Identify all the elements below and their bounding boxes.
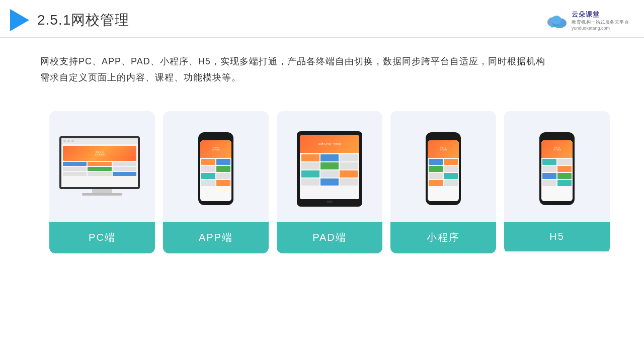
phone-row bbox=[429, 173, 458, 179]
phone-block bbox=[201, 159, 215, 165]
brand-tagline: 教育机构一站式服务云平台 bbox=[572, 19, 629, 26]
phone-block bbox=[557, 159, 572, 165]
pc-block bbox=[63, 172, 87, 176]
logo-triangle-icon bbox=[10, 9, 29, 31]
card-miniprogram-image: 职通人的第一堂网课 bbox=[390, 111, 496, 222]
card-pc-image: 职通人的第一堂网课 bbox=[49, 111, 155, 222]
phone-device-mock-mini: 职通人的第一堂网课 bbox=[426, 132, 461, 205]
page-title: 2.5.1网校管理 bbox=[37, 11, 129, 30]
phone-device-mock-app: 职通人的第一堂网课 bbox=[198, 132, 233, 205]
pc-banner: 职通人的第一堂网课 bbox=[63, 146, 136, 161]
pc-block bbox=[63, 167, 87, 171]
phone-screen: 职通人的第一堂网课 bbox=[541, 140, 573, 201]
brand-name: 云朵课堂 bbox=[572, 10, 600, 19]
pc-dot bbox=[67, 140, 70, 142]
header-right: 云朵课堂 教育机构一站式服务云平台 yunduoketang.com bbox=[544, 10, 629, 31]
card-miniprogram-label: 小程序 bbox=[390, 222, 496, 253]
card-app: 职通人的第一堂网课 bbox=[163, 111, 269, 253]
description-text: 网校支持PC、APP、PAD、小程序、H5，实现多端打通，产品各终端自由切换，数… bbox=[0, 38, 644, 91]
pc-stand bbox=[92, 189, 112, 193]
phone-banner: 职通人的第一堂网课 bbox=[428, 140, 459, 158]
phone-row bbox=[201, 166, 230, 172]
description-paragraph: 网校支持PC、APP、PAD、小程序、H5，实现多端打通，产品各终端自由切换，数… bbox=[40, 53, 614, 86]
tablet-screen: 职通人的第一堂网课 bbox=[300, 135, 359, 199]
card-pad-image: 职通人的第一堂网课 bbox=[277, 111, 382, 222]
phone-block bbox=[429, 159, 443, 165]
phone-banner: 职通人的第一堂网课 bbox=[541, 140, 573, 158]
pc-base bbox=[82, 193, 122, 196]
phone-block bbox=[216, 159, 230, 165]
phone-banner-text: 职通人的第一堂网课 bbox=[553, 147, 561, 151]
phone-row bbox=[429, 159, 458, 165]
phone-banner: 职通人的第一堂网课 bbox=[200, 140, 231, 158]
phone-row bbox=[542, 180, 572, 186]
tablet-device-mock: 职通人的第一堂网课 bbox=[297, 131, 362, 207]
pc-block bbox=[113, 162, 136, 166]
card-pad: 职通人的第一堂网课 bbox=[277, 111, 382, 253]
phone-block bbox=[444, 173, 458, 179]
tablet-block bbox=[301, 154, 319, 161]
phone-block bbox=[201, 180, 215, 186]
pc-screen-top bbox=[61, 138, 138, 144]
card-h5-label: H5 bbox=[504, 222, 610, 251]
pc-banner-text: 职通人的第一堂网课 bbox=[95, 151, 105, 156]
phone-block bbox=[429, 180, 443, 186]
pc-block bbox=[88, 162, 111, 166]
phone-block bbox=[542, 166, 556, 172]
tablet-block bbox=[301, 178, 319, 186]
phone-block bbox=[557, 173, 572, 179]
phone-row bbox=[542, 159, 572, 165]
phone-block bbox=[557, 166, 572, 172]
phone-block bbox=[542, 159, 556, 165]
phone-row bbox=[542, 166, 572, 172]
phone-block bbox=[216, 166, 230, 172]
phone-device-mock-h5: 职通人的第一堂网课 bbox=[539, 132, 575, 205]
cloud-icon bbox=[544, 11, 569, 29]
page-header: 2.5.1网校管理 云朵课堂 教育机构一站式服务云平台 yunduoketang… bbox=[0, 0, 644, 38]
phone-banner-text: 职通人的第一堂网课 bbox=[212, 147, 220, 151]
phone-block bbox=[429, 173, 443, 179]
pc-content: 职通人的第一堂网课 bbox=[61, 144, 138, 187]
phone-notch bbox=[552, 136, 562, 139]
tablet-row bbox=[301, 154, 358, 161]
card-h5-image: 职通人的第一堂网课 bbox=[504, 111, 610, 222]
tablet-block bbox=[320, 154, 339, 161]
pc-device-mock: 职通人的第一堂网课 bbox=[59, 136, 145, 202]
tablet-banner: 职通人的第一堂网课 bbox=[300, 135, 359, 153]
pc-block bbox=[113, 172, 136, 176]
phone-row bbox=[201, 159, 230, 165]
tablet-home-button bbox=[327, 201, 333, 203]
cards-container: 职通人的第一堂网课 bbox=[0, 96, 644, 268]
tablet-content bbox=[300, 153, 359, 199]
phone-block bbox=[557, 180, 572, 186]
phone-banner-text: 职通人的第一堂网课 bbox=[440, 147, 447, 151]
phone-notch bbox=[438, 136, 448, 139]
phone-screen: 职通人的第一堂网课 bbox=[200, 140, 231, 201]
phone-block bbox=[201, 166, 215, 172]
tablet-block bbox=[340, 154, 358, 161]
pc-block bbox=[113, 167, 136, 171]
brand-logo: 云朵课堂 教育机构一站式服务云平台 yunduoketang.com bbox=[544, 10, 629, 31]
tablet-row bbox=[301, 170, 358, 177]
pc-block bbox=[63, 162, 87, 166]
phone-block bbox=[444, 159, 458, 165]
tablet-block bbox=[301, 170, 319, 177]
pc-block bbox=[88, 167, 111, 171]
card-pc: 职通人的第一堂网课 bbox=[49, 111, 155, 253]
card-app-image: 职通人的第一堂网课 bbox=[163, 111, 269, 222]
tablet-block bbox=[320, 170, 339, 177]
tablet-row bbox=[301, 162, 358, 169]
card-pc-label: PC端 bbox=[49, 222, 155, 253]
phone-block bbox=[444, 180, 458, 186]
pc-dot bbox=[63, 140, 66, 142]
tablet-block bbox=[320, 162, 339, 169]
brand-url: yunduoketang.com bbox=[572, 26, 610, 31]
phone-content bbox=[200, 158, 231, 201]
phone-row bbox=[201, 173, 230, 179]
tablet-block bbox=[340, 162, 358, 169]
card-app-label: APP端 bbox=[163, 222, 269, 253]
pc-row bbox=[63, 167, 136, 171]
pc-row bbox=[63, 162, 136, 166]
phone-block bbox=[201, 173, 215, 179]
tablet-block bbox=[320, 178, 339, 186]
